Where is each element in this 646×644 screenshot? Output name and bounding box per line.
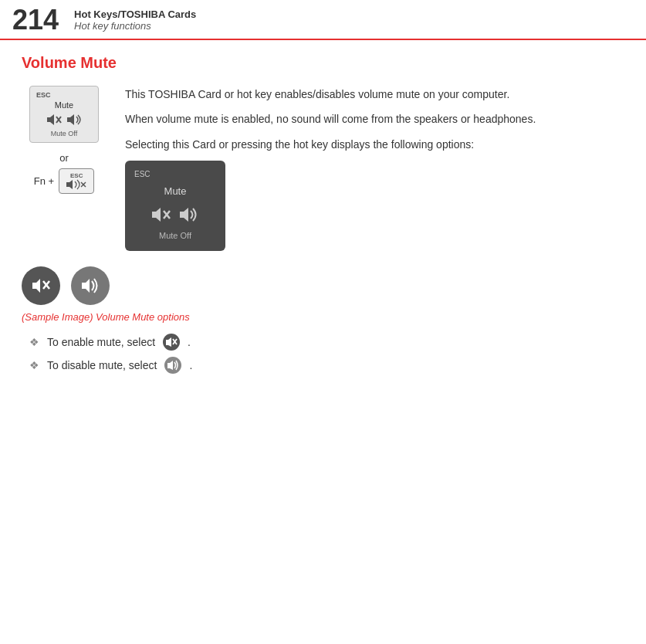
- main-block: ESC Mute Mute Off: [22, 86, 624, 251]
- mute-button-1[interactable]: [22, 266, 60, 305]
- bullet-1-period: .: [188, 336, 191, 348]
- fn-key-speaker-icon: [66, 179, 87, 190]
- card-small: ESC Mute Mute Off: [29, 86, 99, 143]
- svg-marker-10: [180, 208, 188, 222]
- diamond-icon-1: ❖: [29, 336, 39, 348]
- or-label: or: [59, 152, 69, 164]
- section-title: Volume Mute: [22, 54, 624, 72]
- svg-marker-0: [47, 114, 54, 125]
- fn-row: Fn + ESC: [34, 168, 94, 194]
- card-large-speakers: [151, 206, 200, 223]
- bullet-item-1: ❖ To enable mute, select .: [29, 334, 624, 351]
- card-large-sound-icon: [178, 206, 200, 223]
- mute-buttons-row: [22, 266, 624, 305]
- svg-marker-15: [166, 337, 171, 347]
- svg-marker-4: [66, 180, 73, 189]
- speaker-sound-icon: [66, 113, 83, 127]
- bottom-section: (Sample Image) Volume Mute options ❖ To …: [22, 266, 624, 374]
- card-large-mute: Mute: [164, 184, 187, 200]
- diamond-icon-2: ❖: [29, 359, 39, 371]
- speaker-muted-icon: [46, 113, 63, 127]
- sound-btn-icon: [80, 277, 100, 294]
- fn-key-esc: ESC: [70, 172, 83, 179]
- page-number: 214: [12, 6, 59, 34]
- card-small-mute: Mute: [55, 100, 73, 110]
- bullet-1-text-before: To enable mute, select: [47, 336, 155, 348]
- card-large-mute-off: Mute Off: [159, 229, 191, 243]
- description-para1: This TOSHIBA Card or hot key enables/dis…: [125, 86, 624, 103]
- svg-marker-14: [82, 279, 90, 293]
- svg-marker-3: [67, 114, 74, 125]
- bullet-item-2: ❖ To disable mute, select .: [29, 357, 624, 374]
- card-large-muted-icon: [151, 206, 172, 223]
- svg-marker-11: [32, 279, 40, 293]
- card-large: ESC Mute Mute Off: [125, 161, 225, 250]
- disable-mute-icon: [164, 357, 181, 374]
- fn-label: Fn +: [34, 175, 54, 187]
- card-large-esc: ESC: [134, 168, 151, 181]
- inline-sound-icon: [167, 360, 179, 371]
- card-small-speakers: [46, 113, 83, 127]
- left-column: ESC Mute Mute Off: [22, 86, 107, 251]
- svg-marker-18: [167, 361, 173, 370]
- mute-button-2[interactable]: [71, 266, 110, 305]
- content-area: Volume Mute ESC Mute: [0, 40, 646, 394]
- fn-key-box: ESC: [59, 168, 94, 194]
- card-small-mute-off: Mute Off: [51, 130, 77, 137]
- header-chapter: Hot Keys/TOSHIBA Cards: [74, 8, 196, 20]
- inline-mute-icon: [165, 337, 178, 347]
- enable-mute-icon: [163, 334, 180, 351]
- bullet-list: ❖ To enable mute, select . ❖ To disable …: [22, 334, 624, 374]
- svg-marker-7: [152, 208, 161, 222]
- right-column: This TOSHIBA Card or hot key enables/dis…: [125, 86, 624, 251]
- description-para3: Selecting this Card or pressing the hot …: [125, 136, 624, 153]
- mute-btn-icon: [31, 277, 51, 294]
- header-text: Hot Keys/TOSHIBA Cards Hot key functions: [74, 6, 196, 34]
- card-small-esc: ESC: [36, 91, 51, 99]
- bullet-2-text-before: To disable mute, select: [47, 359, 157, 371]
- sample-caption: (Sample Image) Volume Mute options: [22, 311, 624, 323]
- header-section: Hot key functions: [74, 20, 196, 32]
- description-para2: When volume mute is enabled, no sound wi…: [125, 110, 624, 127]
- page-header: 214 Hot Keys/TOSHIBA Cards Hot key funct…: [0, 0, 646, 40]
- bullet-2-period: .: [189, 359, 192, 371]
